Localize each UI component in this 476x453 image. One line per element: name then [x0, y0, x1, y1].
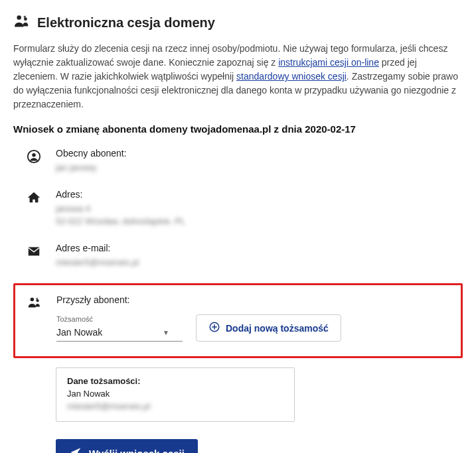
email-label: Adres e-mail: [56, 243, 463, 253]
email-value: mtester5@mserwis.pl [56, 256, 463, 269]
identity-card-title: Dane tożsamości: [67, 376, 283, 386]
identity-card-name: Jan Nowak [67, 389, 283, 399]
identity-card: Dane tożsamości: Jan Nowak mtester5@mser… [56, 367, 295, 422]
person-icon [27, 149, 41, 166]
instructions-link[interactable]: instrukcjami cesji on-line [278, 57, 379, 68]
identity-select[interactable]: Jan Nowak ▼ [56, 324, 183, 342]
email-row: Adres e-mail: mtester5@mserwis.pl [13, 243, 463, 269]
current-subscriber-value: jan janowy [56, 161, 463, 174]
request-subtitle: Wniosek o zmianę abonenta domeny twojado… [13, 123, 463, 135]
intro-text: Formularz służy do zlecenia cesji na rze… [13, 42, 463, 111]
address-label: Adres: [56, 189, 463, 200]
svg-point-4 [31, 298, 35, 302]
page-title: Elektroniczna cesja domeny [37, 15, 215, 31]
mail-icon [27, 244, 41, 261]
submit-request-button[interactable]: Wyślij wniosek cesji [56, 439, 198, 454]
current-subscriber-label: Obecny abonent: [56, 148, 463, 159]
home-icon [27, 190, 41, 207]
svg-point-0 [17, 15, 21, 20]
transfer-icon [13, 13, 31, 32]
identity-select-label: Tożsamość [56, 315, 183, 323]
page-header: Elektroniczna cesja domeny [13, 13, 463, 32]
identity-card-email: mtester5@mserwis.pl [67, 400, 283, 413]
chevron-down-icon: ▼ [163, 329, 169, 336]
address-line2: 52-022 Wrocław, dolnośląskie, PL [56, 215, 463, 228]
svg-point-3 [32, 153, 36, 157]
svg-point-1 [24, 17, 27, 21]
current-subscriber-row: Obecny abonent: jan janowy [13, 148, 463, 174]
transfer-icon [27, 296, 42, 312]
standard-request-link[interactable]: standardowy wniosek cesji [236, 71, 347, 82]
plus-circle-icon [208, 321, 220, 335]
identity-select-value: Jan Nowak [56, 327, 102, 338]
send-icon [69, 446, 82, 454]
future-subscriber-box: Przyszły abonent: Tożsamość Jan Nowak ▼ … [13, 283, 463, 358]
address-row: Adres: janowa 4 52-022 Wrocław, dolnoślą… [13, 189, 463, 228]
address-line1: janowa 4 [56, 202, 463, 216]
future-subscriber-label: Przyszły abonent: [56, 294, 449, 305]
add-identity-button[interactable]: Dodaj nową tożsamość [196, 314, 341, 342]
